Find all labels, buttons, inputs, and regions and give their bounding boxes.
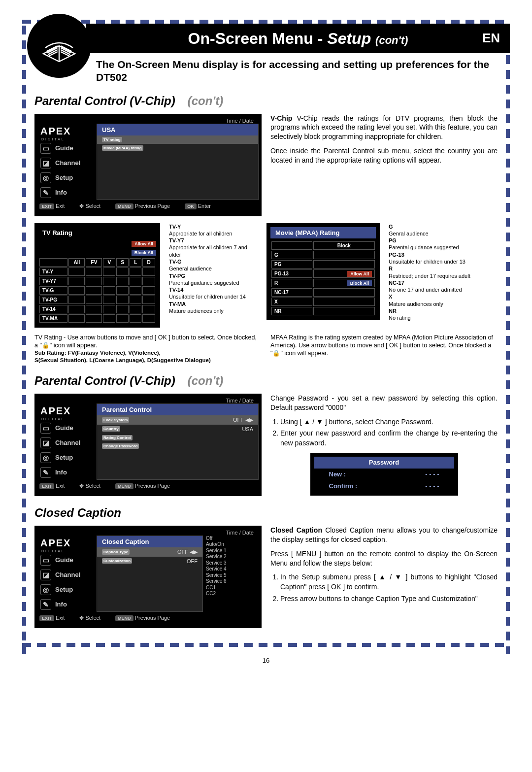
tv-rating-table: TV Rating Allow All Block All AllFVVSLD … [34,223,160,328]
password-box: Password New :- - - - Confirm :- - - - [310,453,458,496]
page-intro: The On-Screen Menu display is for access… [96,58,510,84]
page-title: On-Screen Menu - Setup (con't) [188,30,408,48]
tv-rating-footnote: TV Rating - Use arrow buttons to move an… [34,334,262,364]
section-heading-closed-caption: Closed Caption [34,506,510,520]
osd-screenshot-closed-caption: Time / Date APEX DIGITAL ▭Guide ◪Channel… [34,526,262,628]
mpaa-rating-definitions: GGenral audience PGParental guidance sug… [389,223,498,328]
mpaa-rating-footnote: MPAA Rating is the rating system created… [270,334,498,364]
tv-rating-definitions: TV-YAppropriate for all children TV-Y7Ap… [169,223,258,328]
channel-icon: ◪ [40,158,51,168]
language-badge: EN [482,31,500,46]
vchip-description: V-Chip V-Chip reads the ratings for DTV … [270,114,498,216]
info-icon: ✎ [40,187,51,198]
guide-icon: ▭ [40,143,51,154]
manual-book-icon [27,14,91,78]
page-number: 16 [22,657,510,664]
osd-screenshot-parental-control: Time / Date APEX DIGITAL ▭Guide ◪Channel… [34,394,262,496]
page-header: On-Screen Menu - Setup (con't) EN The On… [22,24,510,84]
apex-logo: APEX [37,124,97,139]
closed-caption-instructions: Closed Caption Closed Caption menu allow… [270,526,498,628]
mpaa-rating-table: Movie (MPAA) Rating Block G PG PG-13Allo… [266,223,380,320]
setup-icon: ◎ [40,172,51,183]
section-heading-parental: Parental Control (V-Chip)(con't) [34,94,510,108]
section-heading-parental-2: Parental Control (V-Chip)(con't) [34,374,510,388]
osd-screenshot-usa: Time / Date APEX DIGITAL ▭Guide ◪Channel… [34,114,262,216]
change-password-instructions: Change Password - you set a new password… [270,394,498,496]
